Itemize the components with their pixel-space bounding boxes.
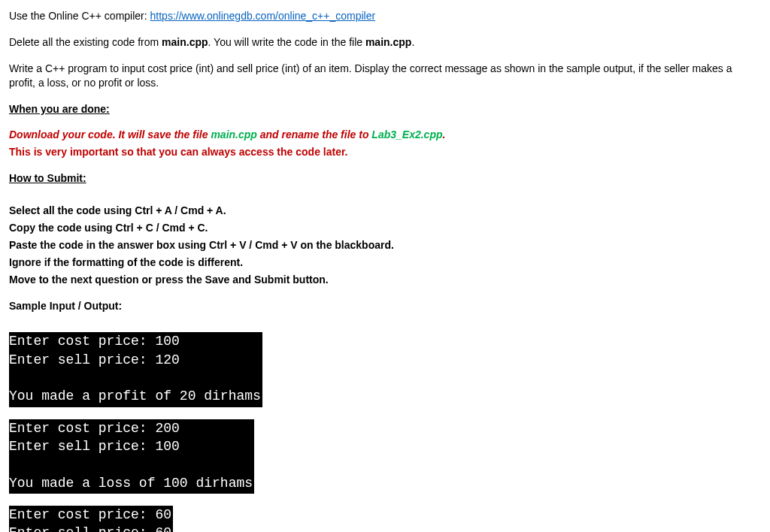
- compiler-instruction: Use the Online C++ compiler: https://www…: [9, 9, 761, 23]
- sample-heading: Sample Input / Output:: [9, 299, 761, 313]
- submit-heading: How to Submit:: [9, 171, 761, 186]
- download-file: main.cpp: [211, 128, 256, 141]
- use-text: Use the Online C++ compiler:: [9, 10, 150, 22]
- compiler-link[interactable]: https://www.onlinegdb.com/online_c++_com…: [150, 10, 376, 22]
- console-output-3: Enter cost price: 60 Enter sell price: 6…: [9, 506, 173, 532]
- submit-step: Move to the next question or press the S…: [9, 273, 761, 287]
- download-newname: Lab3_Ex2.cpp: [371, 128, 442, 141]
- delete-instruction: Delete all the existing code from main.c…: [9, 35, 761, 50]
- console-output-2: Enter cost price: 200 Enter sell price: …: [9, 419, 254, 494]
- submit-step: Copy the code using Ctrl + C / Cmd + C.: [9, 221, 761, 235]
- submit-step: Paste the code in the answer box using C…: [9, 238, 761, 252]
- submit-step: Ignore if the formatting of the code is …: [9, 255, 761, 270]
- console-output-1: Enter cost price: 100 Enter sell price: …: [9, 332, 262, 407]
- submit-step: Select all the code using Ctrl + A / Cmd…: [9, 204, 761, 218]
- submit-steps: Select all the code using Ctrl + A / Cmd…: [9, 204, 761, 286]
- task-description: Write a C++ program to input cost price …: [9, 62, 761, 90]
- main-file-2: main.cpp: [365, 36, 411, 48]
- download-instruction: Download your code. It will save the fil…: [9, 128, 761, 142]
- when-done-heading: When you are done:: [9, 102, 761, 116]
- important-line: This is very important so that you can a…: [9, 145, 761, 159]
- main-file: main.cpp: [162, 36, 208, 48]
